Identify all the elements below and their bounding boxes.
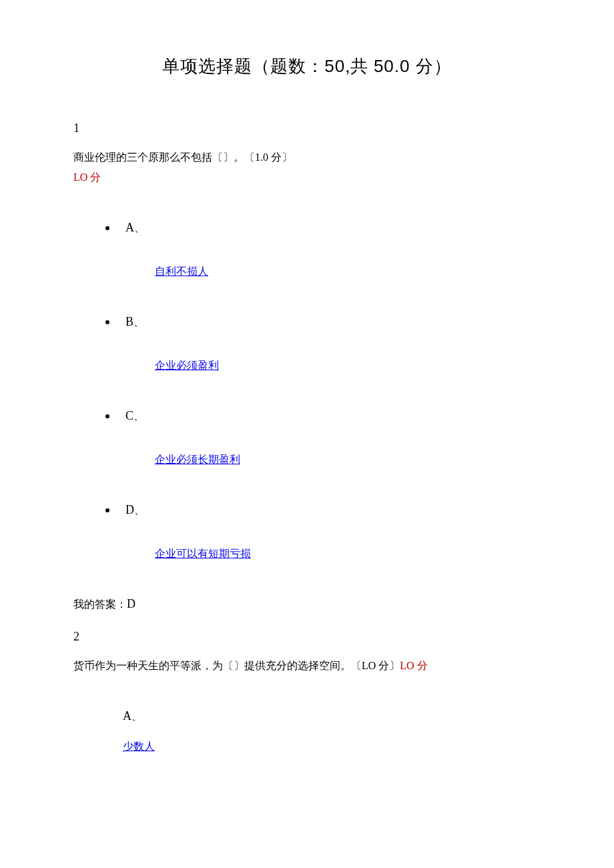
- question-text: 商业伦理的三个原那么不包括〔〕。〔1.0 分〕: [73, 149, 541, 165]
- option-link[interactable]: 企业必须盈利: [155, 360, 219, 371]
- option-link[interactable]: 少数人: [123, 741, 155, 752]
- option-answer[interactable]: 企业必须盈利: [155, 358, 541, 374]
- option-punct: 、: [133, 410, 144, 422]
- question-point: 1.0: [255, 151, 271, 163]
- option-letter: A: [123, 709, 131, 723]
- option-punct: 、: [134, 222, 145, 234]
- lo-score: LO: [73, 171, 87, 183]
- bullet-icon: [105, 226, 109, 230]
- lo-score-cn: 分: [87, 171, 101, 183]
- title-count: 50,: [324, 56, 350, 76]
- options-list: A、 自利不损人 B、 企业必须盈利 C、 企业必须长期盈利 D、 企业可以有短…: [73, 219, 541, 562]
- option-item: A、 自利不损人: [105, 219, 541, 280]
- option-punct: 、: [131, 711, 142, 722]
- my-answer-value: D: [127, 597, 135, 610]
- option-letter: B: [125, 315, 133, 328]
- question-number: 2: [73, 628, 541, 646]
- my-answer-label: 我的答案：: [73, 598, 127, 610]
- lo-score-cn: 分: [414, 660, 428, 671]
- page-title: 单项选择题（题数：50,共 50.0 分）: [73, 53, 541, 79]
- option-answer[interactable]: 少数人: [123, 739, 541, 755]
- option-answer[interactable]: 企业可以有短期亏损: [155, 546, 541, 562]
- title-suffix: 分）: [416, 57, 452, 76]
- title-mid: 共: [350, 57, 374, 76]
- question-text-post: 分〕: [271, 151, 292, 163]
- question-text: 货币作为一种天生的平等派，为〔〕提供充分的选择空间。〔LO 分〕LO 分: [73, 658, 541, 674]
- my-answer: 我的答案：D: [73, 595, 541, 613]
- option-answer[interactable]: 企业必须长期盈利: [155, 452, 541, 468]
- option-letter-row: A、: [123, 707, 541, 725]
- option-link[interactable]: 自利不损人: [155, 266, 208, 277]
- option-letter: D: [125, 503, 134, 516]
- option-answer[interactable]: 自利不损人: [155, 264, 541, 280]
- option-letter: A: [125, 221, 134, 234]
- option-item: D、 企业可以有短期亏损: [105, 501, 541, 562]
- bullet-icon: [105, 414, 109, 418]
- title-total: 50.0: [374, 56, 416, 76]
- question-number: 1: [73, 119, 541, 137]
- option-item: B、 企业必须盈利: [105, 313, 541, 374]
- question-text-pre: 货币作为一种天生的平等派，为〔〕提供充分的选择空间。〔: [73, 660, 362, 671]
- question-text-pre: 商业伦理的三个原那么不包括〔〕。〔: [73, 151, 255, 163]
- bullet-icon: [105, 320, 109, 324]
- title-prefix: 单项选择题（题数：: [162, 57, 324, 76]
- lo-inline-cn: 分〕: [376, 660, 400, 671]
- option-letter: C: [125, 409, 133, 422]
- option-punct: 、: [134, 504, 145, 516]
- bullet-icon: [105, 508, 109, 512]
- option-item: C、 企业必须长期盈利: [105, 407, 541, 468]
- lo-inline: LO: [362, 660, 376, 671]
- option-link[interactable]: 企业可以有短期亏损: [155, 548, 251, 559]
- lo-score: LO: [400, 660, 414, 671]
- option-link[interactable]: 企业必须长期盈利: [155, 454, 240, 465]
- question-block: 2 货币作为一种天生的平等派，为〔〕提供充分的选择空间。〔LO 分〕LO 分 A…: [73, 628, 541, 755]
- option-punct: 、: [133, 316, 144, 328]
- score-line: LO 分: [73, 169, 541, 185]
